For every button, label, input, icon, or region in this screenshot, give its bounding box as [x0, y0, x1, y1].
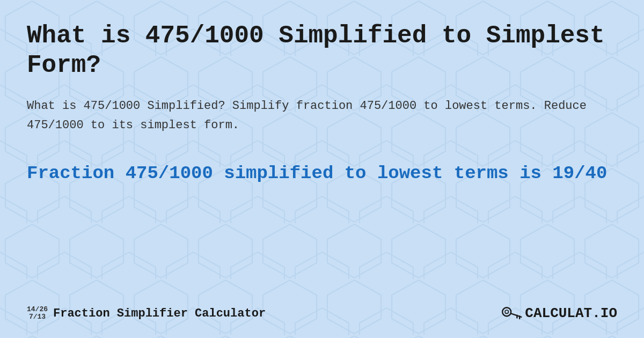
page-title: What is 475/1000 Simplified to Simplest …: [27, 21, 617, 80]
result-text: Fraction 475/1000 simplified to lowest t…: [27, 161, 617, 185]
key-icon: [501, 305, 522, 322]
page-description: What is 475/1000 Simplified? Simplify fr…: [27, 97, 617, 134]
logo-text: CALCULAT.IO: [525, 305, 617, 321]
fraction-top: 14/26: [27, 306, 48, 313]
logo: CALCULAT.IO: [501, 305, 617, 322]
svg-point-5: [505, 310, 508, 313]
svg-point-4: [503, 307, 511, 316]
fraction-stack: 14/26 7/13: [27, 306, 48, 321]
fraction-bottom: 7/13: [29, 313, 46, 321]
calculator-title: Fraction Simplifier Calculator: [53, 307, 266, 320]
